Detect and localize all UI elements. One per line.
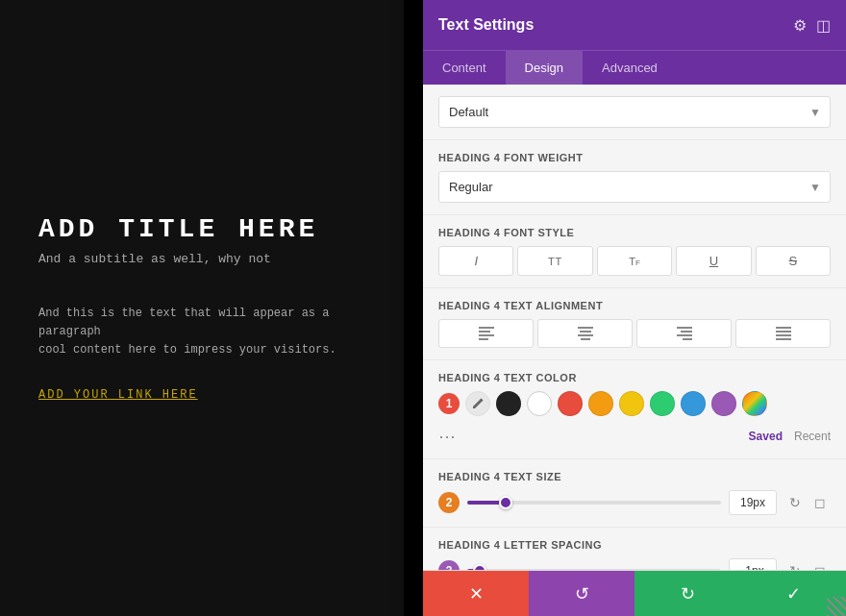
h4-text-alignment-label: Heading 4 Text Alignment [438, 300, 831, 311]
color-swatch-blue[interactable] [681, 391, 706, 416]
color-badge-1: 1 [438, 393, 460, 414]
h4-font-style-buttons: I TT Tf U S [438, 246, 831, 276]
h4-letter-spacing-section: Heading 4 Letter Spacing 3 -1px ↻ ◻ [423, 527, 846, 570]
canvas-area: ADD TITLE HERE And a subtitle as well, w… [0, 0, 404, 616]
color-row: 1 ⋯ Saved [438, 391, 831, 447]
color-swatch-yellow[interactable] [619, 391, 644, 416]
h4-text-size-reset[interactable]: ↻ [784, 492, 806, 513]
panel-footer: ✕ ↺ ↻ ✓ [423, 570, 846, 616]
h4-text-size-row: 2 19px ↻ ◻ [438, 490, 831, 515]
color-swatch-white[interactable] [527, 391, 552, 416]
canvas-title: ADD TITLE HERE [38, 214, 365, 244]
svg-rect-5 [580, 331, 591, 333]
h4-alignment-buttons [438, 319, 831, 348]
svg-rect-6 [578, 334, 593, 336]
h4-text-size-unit[interactable]: ◻ [809, 492, 831, 513]
h4-font-style-section: Heading 4 Font Style I TT Tf U S [423, 214, 846, 287]
color-picker-icon[interactable] [465, 391, 490, 416]
tab-design[interactable]: Design [506, 51, 583, 85]
all-caps-button[interactable]: TT [517, 246, 592, 276]
underline-button[interactable]: U [676, 246, 751, 276]
color-swatch-orange[interactable] [588, 391, 613, 416]
italic-button[interactable]: I [438, 246, 513, 276]
small-caps-button[interactable]: Tf [597, 246, 672, 276]
svg-rect-12 [776, 327, 791, 329]
size-badge-2: 2 [438, 492, 460, 513]
svg-rect-1 [479, 331, 490, 333]
h4-font-weight-label: Heading 4 Font Weight [438, 152, 831, 163]
refresh-button[interactable]: ↻ [634, 571, 740, 616]
svg-rect-3 [479, 338, 488, 340]
font-select-wrapper: Default ▼ [438, 96, 831, 128]
svg-rect-7 [581, 338, 590, 340]
h4-font-weight-select[interactable]: Regular Bold Light [438, 171, 831, 203]
h4-letter-spacing-value[interactable]: -1px [729, 558, 777, 570]
align-left-button[interactable] [438, 319, 534, 348]
align-center-button[interactable] [537, 319, 633, 348]
svg-rect-0 [479, 327, 494, 329]
color-swatch-green[interactable] [650, 391, 675, 416]
tab-advanced[interactable]: Advanced [583, 51, 677, 85]
more-colors-icon[interactable]: ⋯ [438, 426, 456, 447]
h4-letter-spacing-track[interactable] [467, 569, 721, 570]
panel-title: Text Settings [438, 16, 534, 34]
h4-letter-spacing-label: Heading 4 Letter Spacing [438, 539, 831, 551]
color-swatch-red[interactable] [558, 391, 583, 416]
svg-rect-10 [677, 334, 692, 336]
canvas-link: ADD YOUR LINK HERE [38, 388, 365, 402]
h4-text-alignment-section: Heading 4 Text Alignment [423, 287, 846, 359]
svg-rect-4 [578, 327, 593, 329]
panel-tabs: Content Design Advanced [423, 50, 846, 85]
svg-rect-9 [681, 331, 692, 333]
svg-rect-13 [776, 331, 791, 333]
h4-text-color-section: Heading 4 Text Color 1 [423, 359, 846, 458]
svg-rect-2 [479, 334, 494, 336]
align-justify-button[interactable] [735, 319, 831, 348]
svg-rect-8 [677, 327, 692, 329]
panel-header: Text Settings ⚙ ◫ [423, 0, 846, 50]
svg-rect-11 [683, 338, 692, 340]
cancel-button[interactable]: ✕ [423, 571, 529, 616]
recent-color-tab[interactable]: Recent [794, 430, 831, 443]
h4-letter-spacing-row: 3 -1px ↻ ◻ [438, 558, 831, 570]
canvas-subtitle: And a subtitle as well, why not [38, 252, 365, 266]
spacing-badge-3: 3 [438, 560, 460, 570]
reset-button[interactable]: ↺ [529, 571, 634, 616]
h4-text-color-label: Heading 4 Text Color [438, 372, 831, 383]
tab-content[interactable]: Content [423, 51, 506, 85]
panel-content: Default ▼ Heading 4 Font Weight Regular … [423, 85, 846, 570]
h4-font-weight-section: Heading 4 Font Weight Regular Bold Light… [423, 139, 846, 214]
h4-text-size-section: Heading 4 Text Size 2 19px ↻ ◻ [423, 458, 846, 527]
align-right-button[interactable] [636, 319, 732, 348]
color-swatch-dark[interactable] [496, 391, 521, 416]
svg-rect-14 [776, 334, 791, 336]
h4-letter-spacing-unit[interactable]: ◻ [809, 560, 831, 570]
saved-color-tab[interactable]: Saved [749, 430, 783, 443]
h4-text-size-track[interactable] [467, 501, 721, 505]
columns-icon[interactable]: ◫ [816, 16, 831, 35]
h4-letter-spacing-reset[interactable]: ↻ [784, 560, 806, 570]
settings-panel: Text Settings ⚙ ◫ Content Design Advance… [423, 0, 846, 616]
svg-rect-15 [776, 338, 791, 340]
h4-text-size-label: Heading 4 Text Size [438, 471, 831, 482]
h4-text-size-controls: ↻ ◻ [784, 492, 831, 513]
h4-letter-spacing-controls: ↻ ◻ [784, 560, 831, 570]
font-select-section: Default ▼ [423, 85, 846, 139]
strikethrough-button[interactable]: S [756, 246, 831, 276]
color-swatch-purple[interactable] [711, 391, 736, 416]
h4-text-size-value[interactable]: 19px [729, 490, 777, 515]
color-swatch-gradient[interactable] [742, 391, 767, 416]
canvas-body: And this is the text that will appear as… [38, 305, 365, 360]
h4-font-weight-wrapper: Regular Bold Light ▼ [438, 171, 831, 203]
font-select[interactable]: Default [438, 96, 831, 128]
settings-icon[interactable]: ⚙ [793, 16, 807, 35]
panel-header-icons: ⚙ ◫ [793, 16, 831, 35]
bottom-stripe-decoration [827, 597, 846, 616]
h4-font-style-label: Heading 4 Font Style [438, 227, 831, 238]
